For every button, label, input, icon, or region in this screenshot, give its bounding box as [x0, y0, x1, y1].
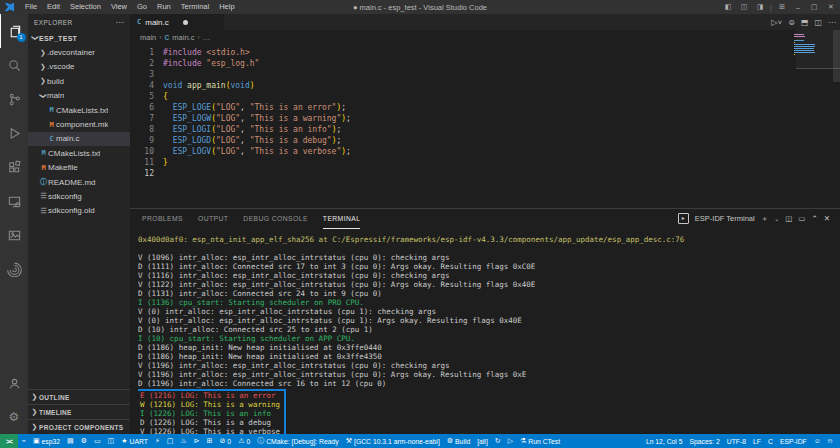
settings-gear-icon[interactable]: ⚙: [0, 400, 28, 434]
breadcrumb-item[interactable]: main.c: [172, 33, 194, 42]
open-changes-icon[interactable]: ⬒: [801, 18, 809, 27]
new-terminal-icon[interactable]: ＋: [761, 214, 769, 224]
tree-item-main[interactable]: ❯main: [28, 89, 130, 103]
tree-item-main-c[interactable]: Cmain.c: [28, 132, 130, 146]
code-line[interactable]: 8 ESP_LOGI("LOG", "This is an info");: [130, 124, 840, 135]
code-line[interactable]: 6 ESP_LOGE("LOG", "This is an error");: [130, 102, 840, 113]
section-outline[interactable]: ❯OUTLINE: [28, 389, 130, 404]
source-control-icon[interactable]: [0, 82, 28, 116]
status-language-mode[interactable]: C: [764, 434, 776, 448]
maximize-panel-icon[interactable]: ⌃: [811, 214, 817, 223]
run-and-debug-icon[interactable]: [0, 116, 28, 150]
close-button[interactable]: ✕: [822, 3, 840, 11]
code-line[interactable]: 12: [130, 168, 840, 179]
menu-go[interactable]: Go: [132, 0, 152, 14]
status-cmake-refresh[interactable]: ↻: [491, 434, 504, 448]
menu-view[interactable]: View: [106, 0, 132, 14]
settings-editor-icon[interactable]: ⊜: [788, 18, 795, 27]
tree-item--vscode[interactable]: ❯.vscode: [28, 60, 130, 74]
modified-dot-icon[interactable]: [183, 20, 188, 25]
docker-image-icon[interactable]: [0, 218, 28, 252]
status-indentation[interactable]: Spaces: 2: [686, 434, 723, 448]
accounts-icon[interactable]: [0, 366, 28, 400]
breadcrumb[interactable]: main›Cmain.c›…: [130, 30, 840, 44]
editor-scrollbar[interactable]: [833, 30, 840, 82]
panel-tab-output[interactable]: OUTPUT: [198, 209, 228, 228]
status-full-clean[interactable]: ▭: [90, 434, 104, 448]
status-launch-debug-target[interactable]: ▷: [504, 434, 516, 448]
tree-item-cmakelists-txt[interactable]: MCMakeLists.txt: [28, 146, 130, 160]
breadcrumb-item[interactable]: main: [140, 33, 156, 42]
status-open-ota[interactable]: ◫: [104, 434, 118, 448]
remote-indicator[interactable]: ><: [0, 434, 18, 448]
status-warnings-count[interactable]: ⚠0: [235, 434, 254, 448]
split-terminal-icon[interactable]: ◫: [785, 214, 792, 223]
panel-tab-debug-console[interactable]: DEBUG CONSOLE: [243, 209, 308, 228]
tree-item-build[interactable]: ❯build: [28, 74, 130, 88]
more-actions-icon[interactable]: ⋯: [828, 18, 836, 27]
section-timeline[interactable]: ❯TIMELINE: [28, 404, 130, 419]
code-line[interactable]: 1#include <stdio.h>: [130, 47, 840, 58]
layout-secondary-sidebar-icon[interactable]: ◨: [752, 3, 768, 11]
status-esp-idf-version[interactable]: ESP-IDF: [776, 434, 810, 448]
explorer-more-actions-icon[interactable]: ⋯: [116, 18, 124, 27]
section-project-components[interactable]: ❯PROJECT COMPONENTS: [28, 419, 130, 434]
kill-terminal-icon[interactable]: ▭: [798, 214, 805, 223]
terminal-label[interactable]: ESP-IDF Terminal: [695, 214, 755, 223]
customize-layout-icon[interactable]: ⊞: [774, 3, 790, 11]
status-monitor-device[interactable]: ▢: [163, 434, 177, 448]
status-run-ctest[interactable]: ⚗Run CTest: [517, 434, 564, 448]
tree-item-sdkconfig[interactable]: ☰sdkconfig: [28, 189, 130, 203]
code-line[interactable]: 4void app_main(void): [130, 80, 840, 91]
code-line[interactable]: 5{: [130, 91, 840, 102]
search-icon[interactable]: [0, 48, 28, 82]
tree-item--devcontainer[interactable]: ❯.devcontainer: [28, 45, 130, 59]
tree-item-esp-test[interactable]: ❯ESP_TEST: [28, 31, 130, 45]
menu-help[interactable]: Help: [214, 0, 239, 14]
code-editor[interactable]: 1#include <stdio.h>2#include "esp_log.h"…: [130, 44, 840, 179]
status-flash-device[interactable]: ⚡: [151, 434, 163, 448]
tree-item-makefile[interactable]: MMakefile: [28, 161, 130, 175]
status-notifications[interactable]: ⍾: [824, 434, 836, 448]
status-end-of-line[interactable]: LF: [750, 434, 765, 448]
menu-run[interactable]: Run: [152, 0, 176, 14]
menu-edit[interactable]: Edit: [42, 0, 65, 14]
code-line[interactable]: 9 ESP_LOGD("LOG", "This is a debug");: [130, 135, 840, 146]
menu-terminal[interactable]: Terminal: [176, 0, 214, 14]
code-line[interactable]: 3: [130, 69, 840, 80]
remote-explorer-icon[interactable]: [0, 184, 28, 218]
layout-sidebar-icon[interactable]: ◧: [720, 3, 736, 11]
status-cursor-position[interactable]: Ln 12, Col 5: [642, 434, 686, 448]
status-select-project-folder[interactable]: ▤: [64, 434, 78, 448]
breadcrumb-item[interactable]: …: [203, 33, 211, 42]
layout-panel-icon[interactable]: ◫: [736, 3, 752, 11]
status-execute-custom-task[interactable]: ⊞: [203, 434, 216, 448]
code-line[interactable]: 7 ESP_LOGW("LOG", "This is a warning");: [130, 113, 840, 124]
extensions-icon[interactable]: [0, 150, 28, 184]
status-open-esp-idf-terminal[interactable]: ⊳: [190, 434, 203, 448]
run-file-icon[interactable]: ▷˅: [771, 18, 782, 27]
code-line[interactable]: 11}: [130, 157, 840, 168]
tree-item-sdkconfig-old[interactable]: ☰sdkconfig.old: [28, 204, 130, 218]
status-build-flash-monitor[interactable]: ♨: [177, 434, 190, 448]
status-build-target[interactable]: [all]: [474, 434, 492, 448]
menu-selection[interactable]: Selection: [65, 0, 106, 14]
status-encoding[interactable]: UTF-8: [723, 434, 749, 448]
status-flash-method[interactable]: ★UART: [118, 434, 152, 448]
tree-item-component-mk[interactable]: Mcomponent.mk: [28, 117, 130, 131]
explorer-icon[interactable]: 1: [0, 14, 29, 48]
minimap[interactable]: [794, 34, 828, 58]
code-line[interactable]: 10 ESP_LOGV("LOG", "This is a verbose");: [130, 146, 840, 157]
status-cmake-status[interactable]: ⓘCMake: [Debug]: Ready: [254, 434, 343, 448]
panel-tab-terminal[interactable]: TERMINAL: [323, 209, 361, 229]
maximize-button[interactable]: ▢: [806, 3, 822, 11]
status-tweet-feedback[interactable]: ☺: [810, 434, 824, 448]
panel-tab-problems[interactable]: PROBLEMS: [142, 209, 183, 228]
terminal-output[interactable]: 0x400d0af0: esp_ota_init_app_elf_sha256 …: [138, 235, 834, 434]
code-line[interactable]: 2#include "esp_log.h": [130, 58, 840, 69]
menu-file[interactable]: File: [20, 0, 42, 14]
terminal-dropdown-icon[interactable]: ⌄: [774, 215, 779, 222]
status-active-kit[interactable]: ⚒[GCC 10.3.1 arm-none-eabi]: [342, 434, 443, 448]
status-errors-count[interactable]: ⊘0: [216, 434, 235, 448]
status-select-port[interactable]: ⌁: [18, 434, 29, 448]
